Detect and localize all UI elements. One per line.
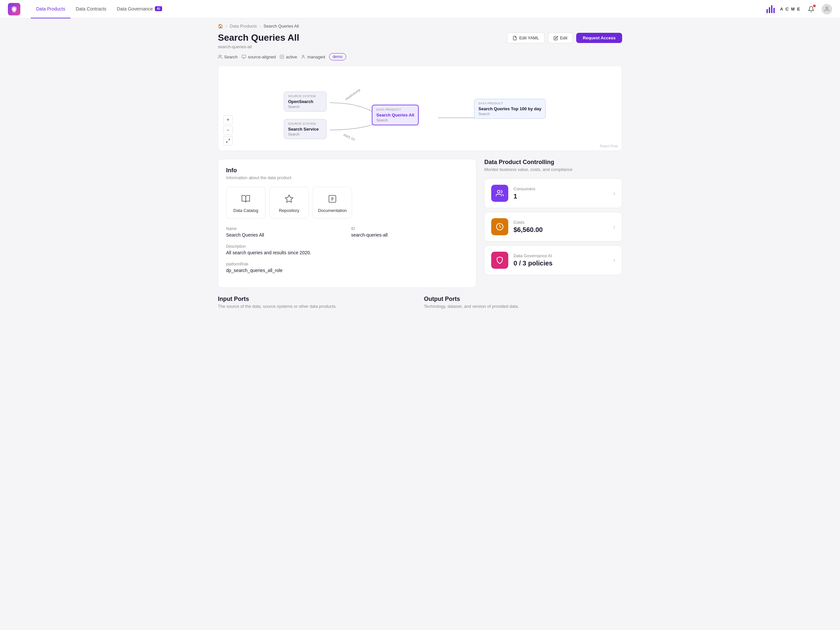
input-ports-section: Input Ports The source of the data, sour… [218,296,416,309]
controlling-panel: Data Product Controlling Monitor busines… [484,159,622,288]
consumers-name: Consumers [513,186,608,191]
id-field: ID search-queries-all [351,226,468,238]
tag-team-label: Search [224,54,238,59]
controlling-title: Data Product Controlling [484,159,622,166]
controlling-subtitle: Monitor business value, costs, and compl… [484,167,622,172]
breadcrumb-data-products[interactable]: Data Products [230,24,257,28]
governance-icon [491,252,508,269]
user-avatar[interactable] [822,4,832,14]
costs-name: Costs [513,220,608,225]
nav-links: Data Products Data Contracts Data Govern… [31,0,167,18]
flow-connections: elasticdump AWS S3 [218,66,622,151]
costs-icon [491,218,508,235]
consumers-value: 1 [513,193,608,200]
documentation-link[interactable]: Documentation [313,187,352,218]
svg-line-9 [226,141,228,142]
page-title: Search Queries All [218,33,299,43]
tag-status-label: active [286,54,297,59]
analytics-icon [766,5,775,13]
documentation-icon [326,192,339,205]
source2-type-label: SOURCE SYSTEM [288,122,322,125]
platform-role-label: platformRole [226,262,468,267]
input-ports-title: Input Ports [218,296,416,303]
quick-links: Data Catalog Repository [226,187,468,218]
source1-sub: Search [288,105,322,109]
data-catalog-label: Data Catalog [233,208,258,213]
zoom-in-button[interactable]: + [223,115,233,124]
consumers-icon [491,185,508,202]
governance-content: Data Governance AI 0 / 3 policies [513,253,608,267]
breadcrumb-current: Search Queries All [264,24,299,28]
notification-indicator [813,5,816,7]
info-card: Info Information about the data product … [218,159,477,288]
governance-metric[interactable]: Data Governance AI 0 / 3 policies › [484,245,622,275]
brand-name: A C M E [780,6,801,11]
svg-rect-3 [242,55,246,58]
svg-line-8 [228,139,230,141]
id-field-label: ID [351,226,468,231]
name-field: Name Search Queries All [226,226,343,238]
output-ports-subtitle: Technology, dataset, and version of prov… [424,304,622,309]
nav-data-governance[interactable]: Data Governance AI [112,0,167,18]
breadcrumb-sep-1: › [226,24,227,28]
costs-metric[interactable]: Costs $6,560.00 › [484,212,622,242]
breadcrumb: 🏠 › Data Products › Search Queries All [218,18,622,31]
breadcrumb-sep-2: › [259,24,261,28]
app-logo [8,3,21,16]
source-node-search-service[interactable]: SOURCE SYSTEM Search Service Search [284,119,327,139]
flow-controls: + − [223,115,233,145]
costs-chevron: › [613,223,615,231]
repository-link[interactable]: Repository [269,187,309,218]
header-actions: Edit YAML Edit Request Access [507,33,622,43]
tag-alignment-label: source-aligned [248,54,276,59]
nav-data-products[interactable]: Data Products [31,0,71,18]
data-catalog-link[interactable]: Data Catalog [226,187,265,218]
svg-rect-0 [13,8,15,10]
info-title: Info [226,167,468,174]
output-title: Search Queries Top 100 by day [478,106,542,111]
source2-sub: Search [288,132,322,136]
costs-content: Costs $6,560.00 [513,220,608,234]
governance-chevron: › [613,257,615,264]
governance-value: 0 / 3 policies [513,259,608,267]
costs-value: $6,560.00 [513,226,608,234]
output-ports-title: Output Ports [424,296,622,303]
repository-icon [283,192,296,205]
fit-view-button[interactable] [223,136,233,145]
consumers-chevron: › [613,190,615,197]
input-ports-subtitle: The source of the data, source systems o… [218,304,416,309]
source-node-opensearch[interactable]: SOURCE SYSTEM OpenSearch Search [284,92,327,112]
svg-point-2 [219,55,221,57]
flow-watermark: React Flow [600,144,618,148]
name-field-value: Search Queries All [226,232,343,238]
consumers-metric[interactable]: Consumers 1 › [484,178,622,208]
tag-demo: demo [329,53,346,60]
request-access-button[interactable]: Request Access [576,33,622,43]
id-field-value: search-queries-all [351,232,468,238]
tag-alignment: source-aligned [242,54,276,59]
nav-right: A C M E [766,4,832,14]
edit-button[interactable]: Edit [548,33,573,43]
output-sub: Search [478,112,542,116]
svg-point-5 [303,55,304,57]
nav-data-contracts[interactable]: Data Contracts [71,0,112,18]
flow-diagram: elasticdump AWS S3 SOURCE SYSTEM OpenSea… [218,66,622,151]
edit-yaml-button[interactable]: Edit YAML [507,33,544,43]
notifications-button[interactable] [806,4,816,14]
home-icon[interactable]: 🏠 [218,24,223,28]
zoom-out-button[interactable]: − [223,126,233,135]
ai-badge: AI [155,6,162,11]
top-navigation: Data Products Data Contracts Data Govern… [0,0,840,18]
output-product-node[interactable]: DATA PRODUCT Search Queries Top 100 by d… [474,99,546,119]
current-sub: Search [376,118,414,122]
tag-team: Search [218,54,238,59]
svg-text:AWS S3: AWS S3 [343,133,356,141]
tag-managed-label: managed [307,54,325,59]
description-field-label: Description [226,244,468,249]
tag-managed: managed [301,54,325,59]
current-title: Search Queries All [376,112,414,117]
page-header: Search Queries All search-queries-all Ed… [218,31,622,53]
source1-type-label: SOURCE SYSTEM [288,95,322,98]
tag-status: active [279,54,297,59]
current-product-node[interactable]: DATA PRODUCT Search Queries All Search [372,105,419,125]
